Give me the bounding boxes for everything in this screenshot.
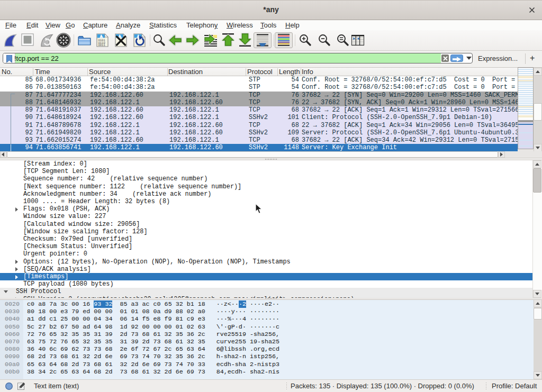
svg-text:0011: 0011 [98,43,106,47]
